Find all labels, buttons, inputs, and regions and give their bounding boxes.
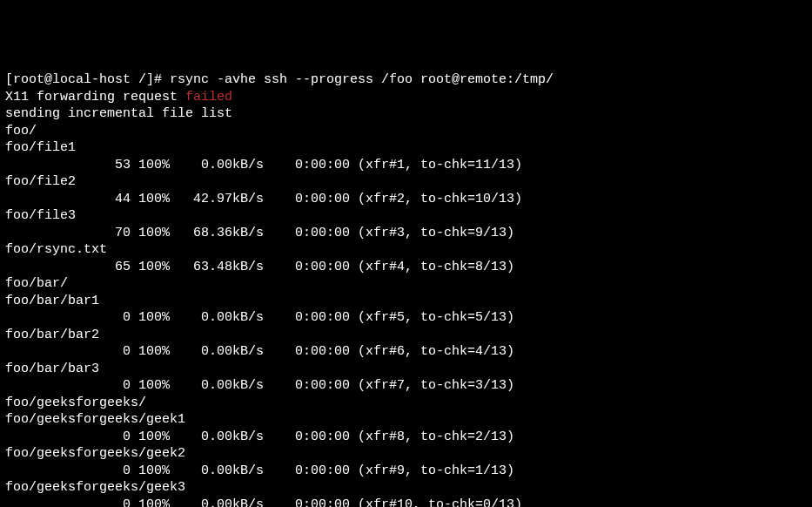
prompt-line: [root@local-host /]# rsync -avhe ssh --p… (5, 71, 807, 89)
progress-line: 70 100% 68.36kB/s 0:00:00 (xfr#3, to-chk… (5, 225, 807, 242)
file-name: foo/ (5, 123, 807, 140)
progress-line: 65 100% 63.48kB/s 0:00:00 (xfr#4, to-chk… (5, 259, 807, 276)
progress-line: 0 100% 0.00kB/s 0:00:00 (xfr#8, to-chk=2… (5, 429, 807, 446)
file-name: foo/file3 (5, 207, 807, 225)
file-name: foo/bar/ (5, 275, 807, 293)
x11-line: X11 forwarding request failed (5, 89, 807, 106)
file-name: foo/file2 (5, 173, 807, 191)
file-name: foo/file1 (5, 139, 807, 157)
progress-line: 44 100% 42.97kB/s 0:00:00 (xfr#2, to-chk… (5, 191, 807, 208)
progress-line: 0 100% 0.00kB/s 0:00:00 (xfr#10, to-chk=… (5, 497, 807, 508)
command-text: rsync -avhe ssh --progress /foo root@rem… (170, 72, 554, 87)
sending-line: sending incremental file list (5, 105, 807, 123)
file-name: foo/geeksforgeeks/geek1 (5, 411, 807, 429)
file-name: foo/bar/bar2 (5, 327, 807, 344)
file-name: foo/rsync.txt (5, 241, 807, 259)
progress-line: 0 100% 0.00kB/s 0:00:00 (xfr#9, to-chk=1… (5, 463, 807, 480)
file-name: foo/geeksforgeeks/ (5, 395, 807, 412)
file-name: foo/bar/bar1 (5, 293, 807, 310)
file-name: foo/bar/bar3 (5, 361, 807, 378)
progress-line: 0 100% 0.00kB/s 0:00:00 (xfr#5, to-chk=5… (5, 309, 807, 327)
progress-line: 0 100% 0.00kB/s 0:00:00 (xfr#7, to-chk=3… (5, 377, 807, 395)
file-name: foo/geeksforgeeks/geek3 (5, 479, 807, 497)
progress-line: 0 100% 0.00kB/s 0:00:00 (xfr#6, to-chk=4… (5, 343, 807, 361)
x11-failed-text: failed (185, 90, 232, 105)
file-name: foo/geeksforgeeks/geek2 (5, 445, 807, 463)
shell-prompt[interactable]: [root@local-host /]# (5, 72, 170, 87)
terminal-output: [root@local-host /]# rsync -avhe ssh --p… (5, 71, 807, 507)
progress-line: 53 100% 0.00kB/s 0:00:00 (xfr#1, to-chk=… (5, 157, 807, 174)
